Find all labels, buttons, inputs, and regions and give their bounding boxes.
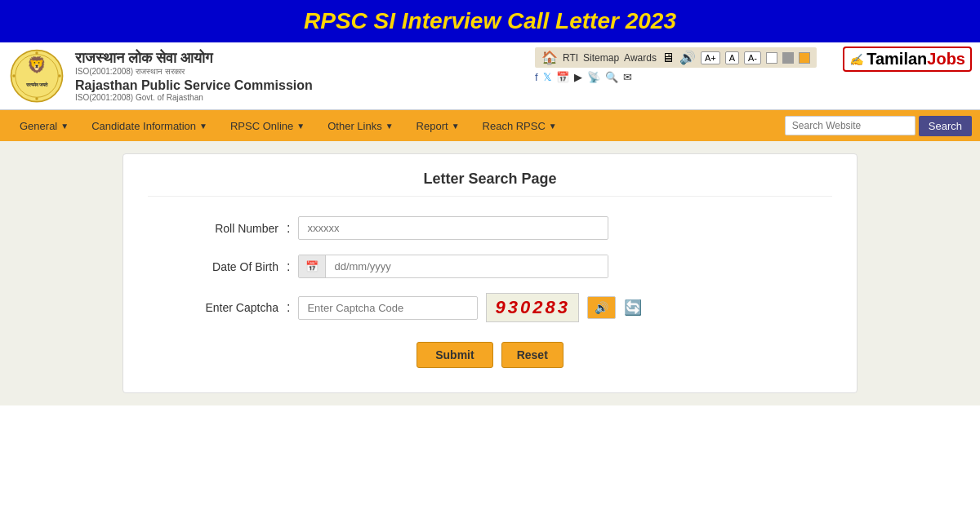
home-icon[interactable]: 🏠: [541, 50, 558, 65]
svg-point-6: [12, 74, 16, 78]
iso-label2: ISO(2001:2008) Govt. of Rajasthan: [75, 93, 313, 102]
svg-point-7: [58, 74, 61, 78]
dob-input[interactable]: [326, 255, 608, 277]
site-header: 🦁 सत्यमेव जयते राजस्थान लोक सेवा आयोग IS…: [0, 42, 980, 110]
monitor-icon: 🖥: [662, 51, 675, 65]
hindi-name: राजस्थान लोक सेवा आयोग: [75, 50, 313, 67]
nav-general[interactable]: General ▼: [8, 113, 80, 139]
color-box-white[interactable]: [766, 52, 777, 64]
top-controls: 🏠 RTI Sitemap Awards 🖥 🔊 A+ A A-: [535, 47, 817, 68]
submit-button[interactable]: Submit: [416, 342, 492, 368]
navbar: General ▼ Candidate Information ▼ RPSC O…: [0, 110, 980, 141]
color-box-gray[interactable]: [782, 52, 794, 64]
svg-text:🦁: 🦁: [27, 55, 47, 74]
roll-number-input[interactable]: [298, 216, 608, 240]
captcha-refresh-button[interactable]: 🔄: [624, 299, 642, 317]
svg-text:सत्यमेव जयते: सत्यमेव जयते: [25, 82, 49, 87]
captcha-colon: :: [287, 300, 290, 315]
candidate-arrow-icon: ▼: [199, 122, 207, 131]
captcha-area: 930283 🔊 🔄: [298, 293, 641, 322]
roll-number-row: Roll Number :: [148, 216, 832, 240]
jobs-text: Jobs: [927, 50, 965, 69]
nav-candidate-info[interactable]: Candidate Information ▼: [80, 113, 219, 139]
nav-search-area: Search: [785, 116, 972, 136]
nav-rpsc-online[interactable]: RPSC Online ▼: [219, 113, 316, 139]
emblem-logo: 🦁 सत्यमेव जयते: [8, 47, 65, 104]
roll-colon: :: [287, 221, 290, 236]
captcha-input[interactable]: [298, 296, 478, 320]
tamilan-text: Tamilan: [866, 50, 927, 69]
search-social-icon: 🔍: [605, 71, 618, 83]
rpsc-arrow-icon: ▼: [296, 122, 305, 131]
dob-wrapper: 📅: [298, 255, 608, 278]
letter-search-box: Letter Search Page Roll Number : Date Of…: [122, 153, 858, 393]
page-title: RPSC SI Interview Call Letter 2023: [0, 8, 980, 34]
top-banner: RPSC SI Interview Call Letter 2023: [0, 0, 980, 42]
captcha-sound-button[interactable]: 🔊: [587, 296, 616, 319]
color-box-orange[interactable]: [799, 52, 810, 64]
search-button[interactable]: Search: [919, 116, 972, 136]
main-content: Letter Search Page Roll Number : Date Of…: [0, 141, 980, 405]
youtube-icon[interactable]: ▶: [574, 71, 582, 83]
dob-label: Date Of Birth: [148, 260, 278, 273]
reset-button[interactable]: Reset: [501, 342, 564, 368]
captcha-row: Enter Captcha : 930283 🔊 🔄: [148, 293, 832, 322]
nav-reach-rpsc[interactable]: Reach RPSC ▼: [471, 113, 568, 139]
speaker-icon: 🔊: [679, 50, 696, 65]
header-left: 🦁 सत्यमेव जयते राजस्थान लोक सेवा आयोग IS…: [8, 47, 972, 104]
font-increase-btn[interactable]: A+: [701, 51, 720, 64]
awards-link[interactable]: Awards: [624, 52, 657, 64]
report-arrow-icon: ▼: [452, 122, 460, 131]
twitter-icon[interactable]: 𝕏: [543, 71, 551, 83]
dob-row: Date Of Birth : 📅: [148, 255, 832, 278]
button-row: Submit Reset: [148, 342, 832, 368]
svg-point-4: [35, 51, 38, 55]
social-bar: f 𝕏 📅 ▶ 📡 🔍 ✉: [535, 71, 817, 83]
captcha-image: 930283: [486, 293, 578, 322]
captcha-label: Enter Captcha: [148, 301, 278, 314]
form-title: Letter Search Page: [148, 171, 832, 197]
roll-number-label: Roll Number: [148, 222, 278, 235]
other-arrow-icon: ▼: [385, 122, 394, 131]
facebook-icon[interactable]: f: [535, 71, 538, 83]
calendar-icon: 📅: [556, 71, 569, 83]
search-input[interactable]: [785, 116, 915, 135]
rss-icon: 📡: [587, 71, 600, 83]
english-name: Rajasthan Public Service Commission: [75, 78, 313, 93]
calendar-icon: 📅: [299, 255, 326, 277]
rti-link[interactable]: RTI: [563, 52, 578, 64]
sitemap-link[interactable]: Sitemap: [583, 52, 619, 64]
dob-colon: :: [287, 259, 290, 274]
header-text: राजस्थान लोक सेवा आयोग ISO(2001:2008) रा…: [75, 50, 313, 102]
nav-report[interactable]: Report ▼: [405, 113, 471, 139]
font-normal-btn[interactable]: A: [725, 51, 739, 64]
email-icon: ✉: [623, 71, 632, 83]
general-arrow-icon: ▼: [60, 122, 69, 131]
iso-label: ISO(2001:2008) राजस्थान सरकार: [75, 67, 313, 77]
reach-arrow-icon: ▼: [549, 122, 557, 131]
svg-point-5: [35, 97, 38, 100]
font-decrease-btn[interactable]: A-: [744, 51, 761, 64]
nav-other-links[interactable]: Other Links ▼: [316, 113, 404, 139]
tamilan-logo: ✍ Tamilan Jobs: [843, 47, 972, 72]
